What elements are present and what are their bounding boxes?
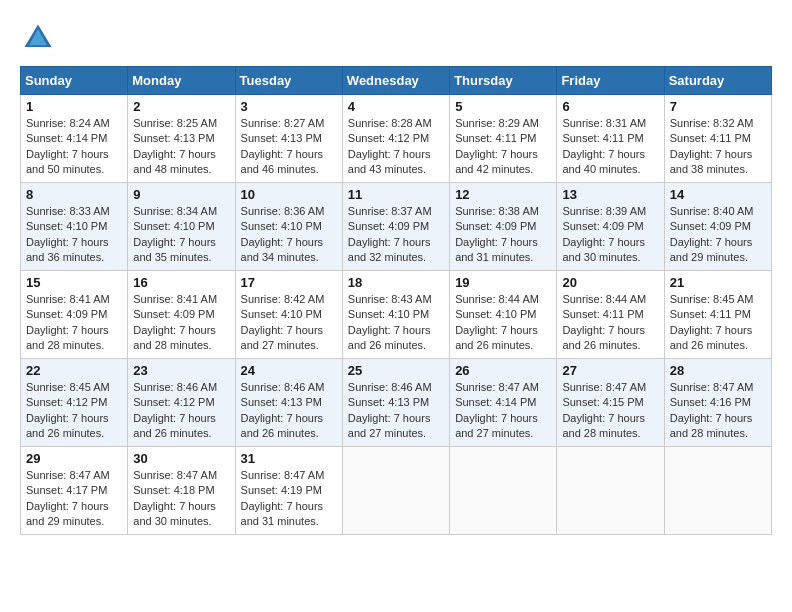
day-number: 11 — [348, 187, 444, 202]
sunset-label: Sunset: 4:14 PM — [26, 132, 107, 144]
calendar-cell: 6 Sunrise: 8:31 AM Sunset: 4:11 PM Dayli… — [557, 95, 664, 183]
day-number: 19 — [455, 275, 551, 290]
day-number: 17 — [241, 275, 337, 290]
day-number: 6 — [562, 99, 658, 114]
calendar-cell — [450, 447, 557, 535]
day-info: Sunrise: 8:29 AM Sunset: 4:11 PM Dayligh… — [455, 116, 551, 178]
calendar-cell: 28 Sunrise: 8:47 AM Sunset: 4:16 PM Dayl… — [664, 359, 771, 447]
sunrise-label: Sunrise: 8:25 AM — [133, 117, 217, 129]
sunrise-label: Sunrise: 8:44 AM — [455, 293, 539, 305]
daylight-label: Daylight: 7 hours and 27 minutes. — [455, 412, 538, 439]
day-number: 1 — [26, 99, 122, 114]
calendar-cell: 31 Sunrise: 8:47 AM Sunset: 4:19 PM Dayl… — [235, 447, 342, 535]
daylight-label: Daylight: 7 hours and 29 minutes. — [26, 500, 109, 527]
sunset-label: Sunset: 4:11 PM — [562, 308, 643, 320]
day-number: 27 — [562, 363, 658, 378]
sunrise-label: Sunrise: 8:24 AM — [26, 117, 110, 129]
day-info: Sunrise: 8:28 AM Sunset: 4:12 PM Dayligh… — [348, 116, 444, 178]
calendar-week-3: 15 Sunrise: 8:41 AM Sunset: 4:09 PM Dayl… — [21, 271, 772, 359]
day-info: Sunrise: 8:41 AM Sunset: 4:09 PM Dayligh… — [26, 292, 122, 354]
day-info: Sunrise: 8:41 AM Sunset: 4:09 PM Dayligh… — [133, 292, 229, 354]
sunrise-label: Sunrise: 8:47 AM — [670, 381, 754, 393]
sunrise-label: Sunrise: 8:29 AM — [455, 117, 539, 129]
sunset-label: Sunset: 4:10 PM — [26, 220, 107, 232]
day-header-thursday: Thursday — [450, 67, 557, 95]
day-number: 21 — [670, 275, 766, 290]
sunset-label: Sunset: 4:13 PM — [241, 396, 322, 408]
day-info: Sunrise: 8:25 AM Sunset: 4:13 PM Dayligh… — [133, 116, 229, 178]
calendar-cell: 29 Sunrise: 8:47 AM Sunset: 4:17 PM Dayl… — [21, 447, 128, 535]
calendar-week-4: 22 Sunrise: 8:45 AM Sunset: 4:12 PM Dayl… — [21, 359, 772, 447]
day-info: Sunrise: 8:45 AM Sunset: 4:12 PM Dayligh… — [26, 380, 122, 442]
sunrise-label: Sunrise: 8:36 AM — [241, 205, 325, 217]
day-info: Sunrise: 8:45 AM Sunset: 4:11 PM Dayligh… — [670, 292, 766, 354]
sunset-label: Sunset: 4:11 PM — [670, 308, 751, 320]
day-info: Sunrise: 8:47 AM Sunset: 4:18 PM Dayligh… — [133, 468, 229, 530]
day-number: 7 — [670, 99, 766, 114]
calendar-cell: 7 Sunrise: 8:32 AM Sunset: 4:11 PM Dayli… — [664, 95, 771, 183]
day-info: Sunrise: 8:32 AM Sunset: 4:11 PM Dayligh… — [670, 116, 766, 178]
sunrise-label: Sunrise: 8:27 AM — [241, 117, 325, 129]
day-number: 13 — [562, 187, 658, 202]
calendar-header-row: SundayMondayTuesdayWednesdayThursdayFrid… — [21, 67, 772, 95]
daylight-label: Daylight: 7 hours and 42 minutes. — [455, 148, 538, 175]
sunset-label: Sunset: 4:10 PM — [348, 308, 429, 320]
daylight-label: Daylight: 7 hours and 46 minutes. — [241, 148, 324, 175]
daylight-label: Daylight: 7 hours and 29 minutes. — [670, 236, 753, 263]
day-header-sunday: Sunday — [21, 67, 128, 95]
day-info: Sunrise: 8:24 AM Sunset: 4:14 PM Dayligh… — [26, 116, 122, 178]
day-number: 25 — [348, 363, 444, 378]
sunset-label: Sunset: 4:13 PM — [133, 132, 214, 144]
day-info: Sunrise: 8:33 AM Sunset: 4:10 PM Dayligh… — [26, 204, 122, 266]
daylight-label: Daylight: 7 hours and 30 minutes. — [562, 236, 645, 263]
day-header-wednesday: Wednesday — [342, 67, 449, 95]
sunset-label: Sunset: 4:09 PM — [26, 308, 107, 320]
sunrise-label: Sunrise: 8:41 AM — [26, 293, 110, 305]
calendar-cell: 9 Sunrise: 8:34 AM Sunset: 4:10 PM Dayli… — [128, 183, 235, 271]
day-info: Sunrise: 8:47 AM Sunset: 4:17 PM Dayligh… — [26, 468, 122, 530]
daylight-label: Daylight: 7 hours and 27 minutes. — [241, 324, 324, 351]
sunrise-label: Sunrise: 8:47 AM — [562, 381, 646, 393]
day-number: 20 — [562, 275, 658, 290]
calendar-cell: 27 Sunrise: 8:47 AM Sunset: 4:15 PM Dayl… — [557, 359, 664, 447]
sunrise-label: Sunrise: 8:44 AM — [562, 293, 646, 305]
day-number: 16 — [133, 275, 229, 290]
sunset-label: Sunset: 4:12 PM — [133, 396, 214, 408]
daylight-label: Daylight: 7 hours and 28 minutes. — [562, 412, 645, 439]
sunset-label: Sunset: 4:09 PM — [455, 220, 536, 232]
daylight-label: Daylight: 7 hours and 48 minutes. — [133, 148, 216, 175]
day-number: 30 — [133, 451, 229, 466]
day-info: Sunrise: 8:40 AM Sunset: 4:09 PM Dayligh… — [670, 204, 766, 266]
day-number: 22 — [26, 363, 122, 378]
sunrise-label: Sunrise: 8:47 AM — [133, 469, 217, 481]
day-number: 5 — [455, 99, 551, 114]
calendar-cell — [342, 447, 449, 535]
sunset-label: Sunset: 4:11 PM — [455, 132, 536, 144]
day-number: 15 — [26, 275, 122, 290]
calendar-week-5: 29 Sunrise: 8:47 AM Sunset: 4:17 PM Dayl… — [21, 447, 772, 535]
calendar-cell: 21 Sunrise: 8:45 AM Sunset: 4:11 PM Dayl… — [664, 271, 771, 359]
calendar-cell: 15 Sunrise: 8:41 AM Sunset: 4:09 PM Dayl… — [21, 271, 128, 359]
day-info: Sunrise: 8:46 AM Sunset: 4:12 PM Dayligh… — [133, 380, 229, 442]
sunset-label: Sunset: 4:13 PM — [241, 132, 322, 144]
sunset-label: Sunset: 4:14 PM — [455, 396, 536, 408]
sunset-label: Sunset: 4:09 PM — [133, 308, 214, 320]
sunset-label: Sunset: 4:09 PM — [348, 220, 429, 232]
sunset-label: Sunset: 4:11 PM — [670, 132, 751, 144]
daylight-label: Daylight: 7 hours and 26 minutes. — [348, 324, 431, 351]
sunset-label: Sunset: 4:13 PM — [348, 396, 429, 408]
sunset-label: Sunset: 4:19 PM — [241, 484, 322, 496]
daylight-label: Daylight: 7 hours and 36 minutes. — [26, 236, 109, 263]
daylight-label: Daylight: 7 hours and 43 minutes. — [348, 148, 431, 175]
sunrise-label: Sunrise: 8:45 AM — [26, 381, 110, 393]
calendar-cell: 16 Sunrise: 8:41 AM Sunset: 4:09 PM Dayl… — [128, 271, 235, 359]
calendar-cell: 20 Sunrise: 8:44 AM Sunset: 4:11 PM Dayl… — [557, 271, 664, 359]
sunrise-label: Sunrise: 8:34 AM — [133, 205, 217, 217]
sunset-label: Sunset: 4:10 PM — [133, 220, 214, 232]
daylight-label: Daylight: 7 hours and 26 minutes. — [455, 324, 538, 351]
page-header — [20, 20, 772, 56]
day-number: 14 — [670, 187, 766, 202]
calendar-cell: 5 Sunrise: 8:29 AM Sunset: 4:11 PM Dayli… — [450, 95, 557, 183]
daylight-label: Daylight: 7 hours and 26 minutes. — [670, 324, 753, 351]
sunrise-label: Sunrise: 8:28 AM — [348, 117, 432, 129]
